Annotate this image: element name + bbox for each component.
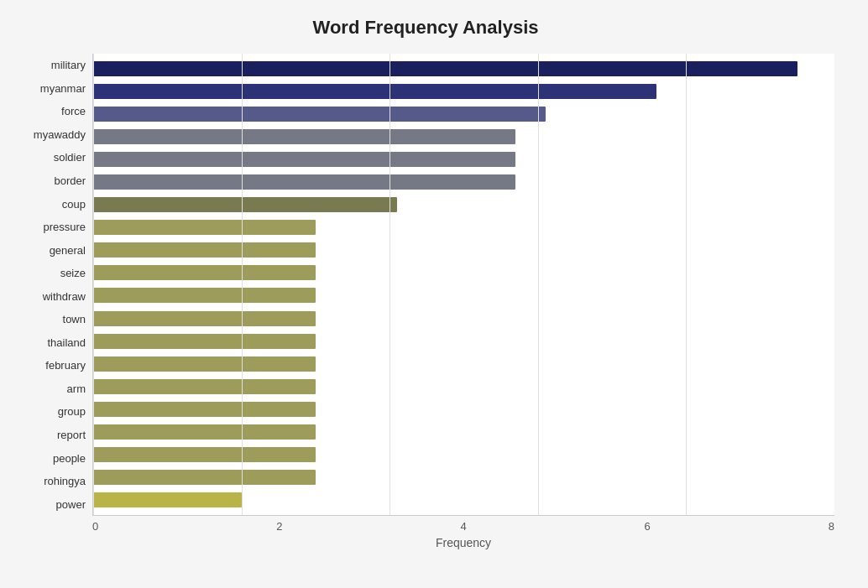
y-label: report xyxy=(17,429,86,440)
bar-row xyxy=(93,377,834,396)
y-label: coup xyxy=(17,199,86,210)
bar-row xyxy=(93,82,834,101)
bar xyxy=(93,242,316,258)
bar-row xyxy=(93,310,834,328)
y-label: pressure xyxy=(17,221,86,232)
y-label: myawaddy xyxy=(17,129,86,140)
x-tick: 2 xyxy=(276,520,282,533)
bar-row xyxy=(93,150,834,169)
y-label: group xyxy=(17,406,86,417)
bar xyxy=(93,265,316,280)
chart-title: Word Frequency Analysis xyxy=(17,17,834,39)
bar xyxy=(93,174,515,190)
y-label: withdraw xyxy=(17,291,86,302)
x-axis: 02468 xyxy=(92,516,834,533)
bar xyxy=(93,492,242,507)
bar xyxy=(93,129,515,144)
bar-row xyxy=(93,218,834,237)
bar xyxy=(93,84,656,99)
bar-row xyxy=(93,195,834,214)
y-label: rohingya xyxy=(17,476,86,487)
y-label: arm xyxy=(17,383,86,394)
y-label: general xyxy=(17,245,86,256)
bar xyxy=(93,334,316,349)
bar-row xyxy=(93,468,834,487)
bar xyxy=(93,424,316,440)
bar-row xyxy=(93,445,834,464)
bar xyxy=(93,107,546,122)
x-axis-label: Frequency xyxy=(92,536,834,549)
bar-row xyxy=(93,127,834,146)
y-label: soldier xyxy=(17,152,86,163)
bar-row xyxy=(93,400,834,419)
plot-area xyxy=(92,54,834,516)
bar-row xyxy=(93,332,834,351)
bar xyxy=(93,197,397,212)
x-tick: 0 xyxy=(92,520,98,533)
chart-container: Word Frequency Analysis militarymyanmarf… xyxy=(0,0,868,588)
bar xyxy=(93,61,797,76)
y-label: february xyxy=(17,360,86,371)
bar-row xyxy=(93,105,834,123)
bar xyxy=(93,470,316,485)
y-label: power xyxy=(17,499,86,510)
y-label: military xyxy=(17,60,86,70)
y-label: people xyxy=(17,453,86,464)
bar xyxy=(93,152,515,167)
y-axis: militarymyanmarforcemyawaddysoldierborde… xyxy=(17,54,92,516)
bar xyxy=(93,356,316,372)
y-label: seize xyxy=(17,268,86,278)
bar xyxy=(93,288,316,303)
y-label: thailand xyxy=(17,337,86,348)
x-tick: 6 xyxy=(645,520,651,533)
bar-row xyxy=(93,423,834,441)
bar xyxy=(93,447,316,462)
y-label: town xyxy=(17,314,86,325)
y-label: border xyxy=(17,175,86,186)
bar-row xyxy=(93,60,834,78)
bar xyxy=(93,311,316,326)
bar xyxy=(93,402,316,417)
y-label: myanmar xyxy=(17,83,86,94)
y-label: force xyxy=(17,106,86,117)
bar-row xyxy=(93,263,834,282)
bar-row xyxy=(93,286,834,304)
bar-row xyxy=(93,173,834,191)
x-tick: 8 xyxy=(829,520,834,533)
x-tick: 4 xyxy=(460,520,466,533)
bar xyxy=(93,379,316,394)
chart-area: militarymyanmarforcemyawaddysoldierborde… xyxy=(17,54,834,516)
bar xyxy=(93,220,316,235)
x-axis-inner: 02468 xyxy=(92,516,834,533)
bar-row xyxy=(93,355,834,373)
bar-row xyxy=(93,241,834,259)
bar-row xyxy=(93,491,834,509)
